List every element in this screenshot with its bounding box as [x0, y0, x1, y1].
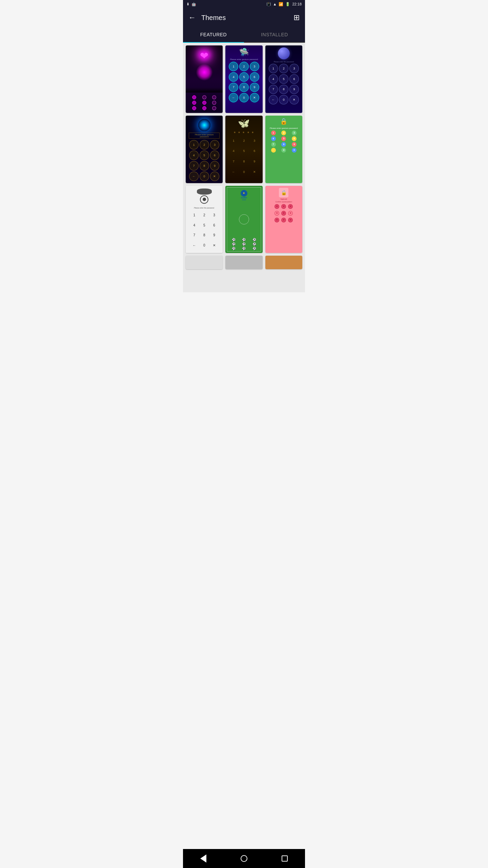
theme-card-12[interactable]: [265, 256, 302, 269]
stars-decoration: ★ ★ ★ ★ ★: [233, 131, 255, 134]
numpad: 1 2 3 4 5 6 7 8 9 ← 0 ✕: [227, 136, 261, 177]
theme-card-6[interactable]: 🔒 Please enter gesture password 1 2 3 4 …: [265, 116, 302, 183]
planet-decoration: [278, 47, 290, 59]
lock-icon: 🔒: [280, 118, 288, 126]
butterfly-decoration: 🦋: [238, 118, 250, 129]
status-icons-left: ⬇ 🤖: [186, 2, 196, 6]
ink-decoration: [196, 189, 213, 205]
tabs-container: FEATURED INSTALLED: [183, 27, 305, 43]
theme-card-3[interactable]: Please enter the password 1 2 3 4 5 6 7 …: [265, 45, 302, 113]
vibrate-icon: 📳: [266, 2, 271, 6]
swirl-decoration: [196, 118, 213, 133]
password-prompt: Please enter gesture password: [189, 133, 220, 139]
password-prompt: Please enter the password.: [194, 207, 215, 209]
theme-card-8[interactable]: ★ EURO 2016 ⚽ ⚽ ⚽ ⚽ ⚽ ⚽ ⚽ ⚽ ⚽: [225, 186, 262, 253]
applock-label: AppLock: [281, 198, 287, 200]
password-prompt: Please enter the password: [274, 61, 294, 63]
numpad: 1 2 3 4 5 6 7 8 9 ← 0 ✕: [227, 62, 261, 102]
download-icon: ⬇: [186, 2, 189, 6]
theme-card-11[interactable]: [225, 256, 262, 269]
status-bar: ⬇ 🤖 📳 ▲ 📶 🔋 22:18: [183, 0, 305, 8]
numpad: 1 2 3 4 5 6 7 8 9 ← 0 ✕: [267, 64, 301, 104]
theme-card-1[interactable]: ❤: [186, 45, 223, 113]
theme-card-7[interactable]: Please enter the password. 1 2 3 4 5 6 7…: [186, 186, 223, 253]
confirm-text: Confirm saved pattern: [276, 201, 292, 203]
back-button[interactable]: ←: [188, 13, 196, 22]
theme-card-9[interactable]: 🔒 AppLock Confirm saved pattern: [265, 186, 302, 253]
battery-icon: 🔋: [285, 2, 290, 6]
crop-icon[interactable]: ⊞: [293, 13, 300, 22]
soccer-field: ★ EURO 2016 ⚽ ⚽ ⚽ ⚽ ⚽ ⚽ ⚽ ⚽ ⚽: [227, 187, 261, 252]
theme-card-2[interactable]: 🛸 Please enter gesture password 1 2 3 4 …: [225, 45, 262, 113]
wifi-icon: 📶: [279, 2, 283, 6]
android-icon: 🤖: [191, 2, 196, 6]
theme-card-4[interactable]: Please enter gesture password 1 2 3 4 5 …: [186, 116, 223, 183]
app-bar: ← Themes ⊞: [183, 8, 305, 27]
numpad: 1 2 3 4 5 6 7 8 9 ← 0 ✕: [267, 131, 301, 153]
password-prompt: Please enter gesture password: [230, 58, 258, 60]
applock-icon: 🔒: [279, 188, 288, 197]
time-display: 22:18: [292, 2, 302, 6]
tab-featured[interactable]: FEATURED: [183, 27, 244, 42]
page-title: Themes: [201, 14, 288, 22]
themes-grid: ❤ 🛸 Please enter gesture password 1: [183, 43, 305, 256]
numpad: 1 2 3 4 5 6 7 8 9 ← 0 ✕: [188, 211, 221, 250]
ufo-decoration: 🛸: [239, 47, 249, 57]
tab-installed[interactable]: INSTALLED: [244, 27, 305, 42]
signal-icon: ▲: [273, 2, 277, 6]
theme-card-10[interactable]: [186, 256, 223, 269]
theme-card-5[interactable]: 🦋 ★ ★ ★ ★ ★ 1 2 3 4 5 6 7 8 9 ← 0 ✕: [225, 116, 262, 183]
heart-pattern: [272, 204, 296, 222]
password-prompt: Please enter gesture password: [270, 127, 298, 129]
heart-decoration: ❤: [194, 48, 215, 68]
pattern-lock-grid: [187, 95, 221, 110]
numpad: 1 2 3 4 5 6 7 8 9 ← 0 ✕: [187, 140, 221, 181]
themes-grid-partial: [183, 256, 305, 272]
